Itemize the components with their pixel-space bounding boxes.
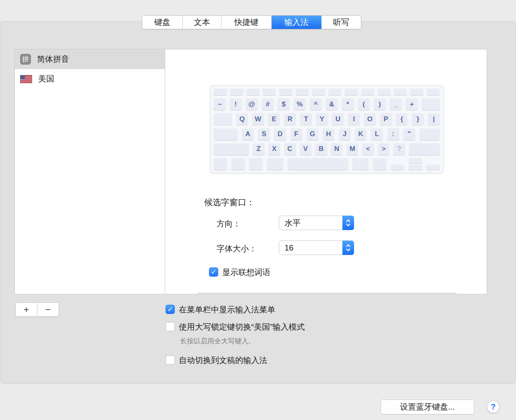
- popup-chevrons-icon: [342, 241, 354, 255]
- direction-popup[interactable]: 水平: [279, 216, 354, 230]
- keyboard-key: _: [390, 98, 401, 110]
- keyboard-key: A: [242, 128, 254, 140]
- show-input-menu-checkbox[interactable]: [166, 305, 175, 314]
- keyboard-key: *: [342, 98, 354, 110]
- keyboard-row: ~!@#$%^&*()_+: [214, 98, 440, 110]
- keyboard-key: X: [268, 143, 280, 155]
- list-item-pinyin[interactable]: 拼 简体拼音: [15, 49, 165, 69]
- list-item-us[interactable]: 美国: [15, 69, 165, 89]
- candidate-window-section-label: 候选字窗口：: [204, 197, 255, 208]
- keyboard-key: [378, 89, 391, 95]
- list-action-buttons: + −: [15, 302, 59, 317]
- keyboard-key: [422, 98, 440, 110]
- keyboard-key: [409, 143, 440, 155]
- keyboard-key: ": [403, 128, 415, 140]
- keyboard-key: {: [396, 113, 407, 125]
- keyboard-key: [296, 89, 309, 95]
- keyboard-key: [214, 89, 227, 95]
- keyboard-key: [312, 89, 325, 95]
- input-sources-panel: 拼 简体拼音 美国 ~!@#$%^&*()_+QWERTYUIOP{}|ASDF…: [14, 49, 487, 294]
- keyboard-key: V: [300, 143, 311, 155]
- keyboard-row: ZXCVBNM<>?: [214, 143, 440, 155]
- caps-lock-switch-checkbox[interactable]: [166, 322, 175, 331]
- keyboard-key: D: [274, 128, 286, 140]
- keyboard-key: [214, 143, 249, 155]
- keyboard-key: J: [339, 128, 350, 140]
- keyboard-key: [391, 165, 404, 170]
- keyboard-key: [247, 89, 260, 95]
- tab-shortcuts[interactable]: 快捷键: [221, 16, 272, 29]
- keyboard-key: U: [332, 113, 344, 125]
- caps-lock-hint-label: 长按以启用全大写键入。: [180, 336, 255, 346]
- show-input-menu-label: 在菜单栏中显示输入法菜单: [179, 304, 275, 315]
- keyboard-key: T: [300, 113, 312, 125]
- keyboard-key: <: [362, 143, 374, 155]
- keyboard-key: [214, 158, 227, 170]
- keyboard-layout-preview: ~!@#$%^&*()_+QWERTYUIOP{}|ASDFGHJKL:"ZXC…: [210, 85, 444, 173]
- keyboard-key: ?: [393, 143, 405, 155]
- remove-input-source-button[interactable]: −: [37, 302, 59, 317]
- keyboard-key: Q: [236, 113, 248, 125]
- keyboard-key: [263, 89, 276, 95]
- keyboard-key-down: [409, 165, 422, 170]
- tab-dictation[interactable]: 听写: [321, 16, 361, 29]
- keyboard-key: [373, 158, 386, 170]
- show-input-menu-option: 在菜单栏中显示输入法菜单: [166, 304, 275, 315]
- keyboard-key: [267, 158, 283, 170]
- keyboard-row: QWERTYUIOP{}|: [214, 113, 440, 125]
- auto-switch-checkbox[interactable]: [166, 355, 175, 365]
- show-predictive-words-option: 显示联想词语: [209, 267, 270, 278]
- keyboard-key: ~: [214, 98, 225, 110]
- keyboard-key: [249, 158, 262, 170]
- keyboard-key: B: [315, 143, 327, 155]
- direction-popup-value: 水平: [285, 216, 301, 230]
- keyboard-key: [230, 89, 243, 95]
- direction-label: 方向：: [217, 218, 241, 229]
- keyboard-key: Y: [316, 113, 328, 125]
- keyboard-key: L: [371, 128, 383, 140]
- keyboard-key: }: [412, 113, 424, 125]
- keyboard-key: ^: [310, 98, 321, 110]
- keyboard-row: ASDFGHJKL:": [214, 128, 440, 140]
- keyboard-key: C: [284, 143, 296, 155]
- keyboard-row: [214, 158, 440, 170]
- keyboard-key: [328, 89, 341, 95]
- keyboard-key: (: [358, 98, 370, 110]
- keyboard-key: [231, 158, 245, 170]
- keyboard-key: #: [262, 98, 274, 110]
- tab-text[interactable]: 文本: [183, 16, 221, 29]
- keyboard-key: [345, 89, 358, 95]
- keyboard-key: H: [323, 128, 334, 140]
- add-input-source-button[interactable]: +: [15, 302, 37, 317]
- tab-input-sources[interactable]: 输入法: [272, 16, 321, 29]
- keyboard-key: [394, 89, 407, 95]
- keyboard-key: [427, 89, 440, 95]
- tab-keyboard[interactable]: 键盘: [142, 16, 183, 29]
- keyboard-key: F: [291, 128, 302, 140]
- keyboard-row: [214, 89, 440, 95]
- keyboard-key: @: [246, 98, 258, 110]
- help-button[interactable]: ?: [487, 400, 500, 413]
- keyboard-key: R: [284, 113, 296, 125]
- us-flag-icon: [20, 75, 32, 83]
- caps-lock-switch-option: 使用大写锁定键切换“美国”输入模式: [166, 322, 305, 332]
- popup-chevrons-icon: [342, 216, 354, 230]
- setup-bluetooth-keyboard-button[interactable]: 设置蓝牙键盘...: [381, 400, 474, 414]
- font-size-label: 字体大小：: [217, 243, 257, 254]
- keyboard-key: [214, 113, 232, 125]
- keyboard-key: $: [278, 98, 289, 110]
- font-size-popup[interactable]: 16: [279, 241, 354, 255]
- show-predictive-words-checkbox[interactable]: [209, 267, 218, 277]
- keyboard-key: [352, 158, 369, 170]
- keyboard-key: +: [406, 98, 418, 110]
- keyboard-key: O: [364, 113, 376, 125]
- keyboard-key: >: [378, 143, 389, 155]
- keyboard-key: N: [331, 143, 342, 155]
- detail-separator: [197, 293, 457, 294]
- keyboard-key: S: [258, 128, 270, 140]
- auto-switch-label: 自动切换到文稿的输入法: [179, 355, 267, 366]
- auto-switch-option: 自动切换到文稿的输入法: [166, 355, 267, 366]
- keyboard-key: &: [326, 98, 338, 110]
- keyboard-key: G: [307, 128, 318, 140]
- input-source-list: 拼 简体拼音 美国: [15, 49, 165, 294]
